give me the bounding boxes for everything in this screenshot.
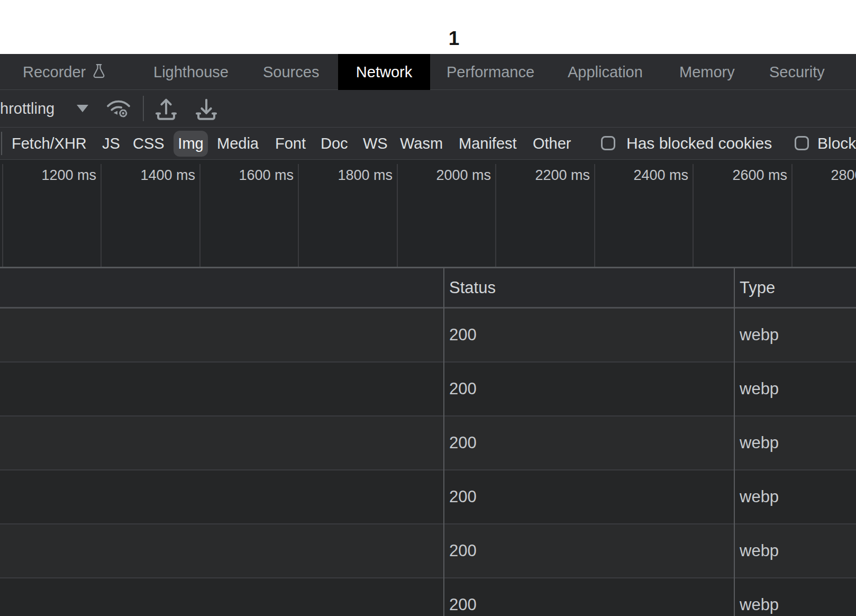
type-cell: webp — [740, 363, 779, 415]
table-row[interactable]: 200 webp — [0, 363, 856, 416]
devtools-tab-bar: Recorder Lighthouse Sources Network Perf… — [0, 54, 856, 90]
throttling-select-label[interactable]: hrottling — [0, 90, 54, 127]
export-har-icon[interactable] — [195, 96, 218, 121]
type-cell: webp — [740, 309, 779, 361]
devtools-network-screenshot: 1 Recorder Lighthouse Sources Network Pe… — [0, 0, 856, 616]
filter-divider — [1, 132, 2, 155]
tab-label: Performance — [447, 64, 534, 80]
tab-sources[interactable]: Sources — [263, 54, 319, 90]
filter-other[interactable]: Other — [533, 128, 571, 159]
filter-wasm[interactable]: Wasm — [400, 128, 443, 159]
status-cell: 200 — [449, 524, 477, 577]
tab-label: Memory — [679, 64, 735, 80]
timeline-gridline — [298, 164, 299, 267]
column-divider-type[interactable] — [734, 268, 735, 616]
chevron-down-icon[interactable] — [77, 105, 88, 112]
tab-memory[interactable]: Memory — [679, 54, 735, 90]
filter-ws[interactable]: WS — [363, 128, 388, 159]
tab-network-selected[interactable]: Network — [338, 54, 430, 90]
timeline-tick-label: 1200 ms — [12, 167, 96, 183]
timeline-gridline — [495, 164, 496, 267]
blocked-label[interactable]: Blocked — [817, 128, 856, 159]
has-blocked-cookies-checkbox[interactable] — [601, 136, 615, 150]
column-header-type[interactable]: Type — [740, 268, 775, 307]
filter-fetch-xhr[interactable]: Fetch/XHR — [12, 128, 87, 159]
timeline-tick-label: 2600 ms — [703, 167, 787, 183]
filter-img-selected[interactable]: Img — [174, 131, 208, 157]
timeline-gridline — [2, 164, 3, 267]
table-row[interactable]: 200 webp — [0, 578, 856, 616]
column-header-status[interactable]: Status — [449, 268, 496, 307]
tab-label: Sources — [263, 64, 319, 80]
timeline-gridline — [791, 164, 793, 267]
tab-label: Application — [568, 64, 643, 80]
timeline-tick-label: 1400 ms — [111, 167, 195, 183]
table-row[interactable]: 200 webp — [0, 416, 856, 470]
network-toolbar: hrottling — [0, 90, 856, 128]
type-cell: webp — [740, 578, 779, 616]
gear-icon — [120, 110, 126, 116]
status-cell: 200 — [449, 470, 477, 523]
network-conditions-icon[interactable] — [106, 96, 131, 120]
table-row[interactable]: 200 webp — [0, 524, 856, 578]
timeline-gridline — [594, 164, 595, 267]
status-cell: 200 — [449, 416, 477, 469]
filter-css[interactable]: CSS — [133, 128, 165, 159]
status-cell: 200 — [449, 309, 477, 361]
step-number-label: 1 — [438, 28, 470, 50]
tab-label: Network — [356, 64, 412, 80]
tab-application[interactable]: Application — [568, 54, 643, 90]
tab-performance[interactable]: Performance — [447, 54, 534, 90]
timeline-tick-label: 1800 ms — [308, 167, 393, 183]
toolbar-divider — [143, 96, 144, 121]
table-row[interactable]: 200 webp — [0, 309, 856, 363]
requests-table-body: 200 webp 200 webp 200 webp 200 webp 200 … — [0, 309, 856, 616]
timeline-tick-label: 2400 ms — [604, 167, 688, 183]
flask-icon — [91, 63, 107, 80]
timeline-tick-label: 2200 ms — [505, 167, 590, 183]
request-filter-bar: Fetch/XHR JS CSS Img Media Font Doc WS W… — [0, 128, 856, 160]
annotation-area: 1 — [0, 0, 856, 54]
timeline-gridline — [397, 164, 398, 267]
tab-label: Lighthouse — [153, 64, 229, 80]
waterfall-timeline[interactable]: 1200 ms 1400 ms 1600 ms 1800 ms 2000 ms … — [0, 160, 856, 268]
type-cell: webp — [740, 416, 779, 469]
filter-js[interactable]: JS — [102, 128, 120, 159]
timeline-tick-label: 1600 ms — [209, 167, 294, 183]
timeline-tick-label: 2800 ms — [801, 167, 856, 183]
tab-label: Security — [769, 64, 825, 80]
timeline-tick-label: 2000 ms — [406, 167, 491, 183]
table-row[interactable]: 200 webp — [0, 470, 856, 524]
filter-manifest[interactable]: Manifest — [459, 128, 517, 159]
filter-font[interactable]: Font — [275, 128, 306, 159]
timeline-gridline — [199, 164, 201, 267]
status-cell: 200 — [449, 578, 477, 616]
tab-recorder[interactable]: Recorder — [23, 54, 107, 90]
blocked-checkbox[interactable] — [795, 136, 809, 150]
type-cell: webp — [740, 524, 779, 577]
filter-media[interactable]: Media — [217, 128, 259, 159]
timeline-gridline — [693, 164, 694, 267]
tab-label: Recorder — [23, 64, 86, 80]
timeline-gridline — [101, 164, 102, 267]
tab-lighthouse[interactable]: Lighthouse — [153, 54, 229, 90]
import-har-icon[interactable] — [154, 96, 178, 121]
table-header: Status Type — [0, 268, 856, 309]
tab-security[interactable]: Security — [769, 54, 825, 90]
has-blocked-cookies-label[interactable]: Has blocked cookies — [626, 128, 772, 159]
status-cell: 200 — [449, 363, 477, 415]
filter-doc[interactable]: Doc — [321, 128, 348, 159]
column-divider-status[interactable] — [443, 268, 444, 616]
type-cell: webp — [740, 470, 779, 523]
